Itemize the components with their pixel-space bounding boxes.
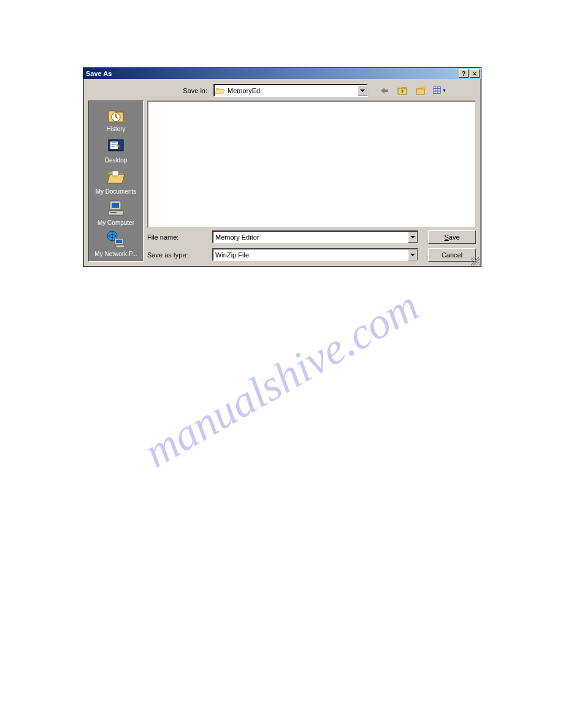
desktop-icon [106, 136, 126, 156]
save-in-label: Save in: [162, 87, 211, 94]
cancel-button[interactable]: Cancel [428, 248, 476, 262]
close-button[interactable]: × [470, 69, 480, 78]
svg-rect-17 [112, 203, 119, 208]
up-one-level-button[interactable] [396, 84, 410, 97]
svg-rect-1 [416, 89, 424, 94]
dropdown-arrow-icon[interactable] [358, 85, 367, 96]
place-my-documents[interactable]: My Documents [91, 167, 140, 195]
bottom-section: File name: Memory Editor Save as type: W… [147, 230, 476, 262]
filetype-label: Save as type: [147, 251, 212, 259]
titlebar[interactable]: Save As ? × [83, 68, 481, 79]
filename-label: File name: [147, 233, 212, 241]
save-in-combo[interactable]: MemoryEd [213, 84, 368, 97]
places-bar: History Desktop My Documents [88, 100, 144, 262]
place-my-computer[interactable]: My Computer [91, 199, 140, 226]
save-in-row: Save in: MemoryEd [162, 84, 476, 97]
dropdown-arrow-icon[interactable] [408, 249, 418, 260]
place-label: History [91, 126, 140, 132]
help-button[interactable]: ? [459, 69, 469, 78]
fields: File name: Memory Editor Save as type: W… [147, 230, 418, 262]
folder-open-icon [215, 86, 225, 96]
save-button[interactable]: Save [428, 230, 476, 244]
history-icon [106, 105, 126, 124]
svg-rect-19 [110, 212, 117, 213]
place-label: My Computer [91, 219, 140, 226]
filename-input[interactable]: Memory Editor [212, 230, 418, 243]
toolbar: ▼ [378, 84, 446, 97]
place-my-network[interactable]: My Network P... [91, 230, 140, 257]
place-label: My Network P... [91, 251, 140, 257]
network-icon [106, 230, 126, 249]
watermark: manualshive.com [136, 280, 427, 478]
file-list-area[interactable] [147, 100, 476, 228]
save-as-dialog: Save As ? × Save in: MemoryEd [83, 67, 481, 267]
filetype-select[interactable]: WinZip File [212, 248, 418, 261]
my-documents-icon [106, 167, 126, 187]
dialog-title: Save As [85, 70, 458, 77]
views-button[interactable]: ▼ [433, 84, 446, 97]
save-in-value: MemoryEd [226, 87, 358, 94]
filename-row: File name: Memory Editor [147, 230, 418, 243]
my-computer-icon [106, 199, 126, 218]
svg-rect-22 [116, 240, 122, 243]
place-history[interactable]: History [91, 105, 140, 132]
content-row: History Desktop My Documents [88, 100, 476, 262]
buttons: Save Cancel [422, 230, 476, 262]
filetype-row: Save as type: WinZip File [147, 248, 418, 261]
filetype-value: WinZip File [213, 251, 408, 259]
svg-rect-15 [112, 171, 118, 176]
back-button[interactable] [378, 84, 391, 97]
new-folder-button[interactable] [415, 84, 428, 97]
place-label: My Documents [91, 188, 140, 195]
svg-rect-23 [116, 245, 124, 248]
place-label: Desktop [91, 157, 140, 164]
resize-grip[interactable] [471, 257, 480, 265]
chevron-down-icon: ▼ [442, 88, 446, 93]
dialog-body: Save in: MemoryEd [83, 79, 481, 267]
dropdown-arrow-icon[interactable] [408, 232, 418, 243]
filename-value: Memory Editor [213, 233, 408, 241]
place-desktop[interactable]: Desktop [91, 136, 140, 164]
